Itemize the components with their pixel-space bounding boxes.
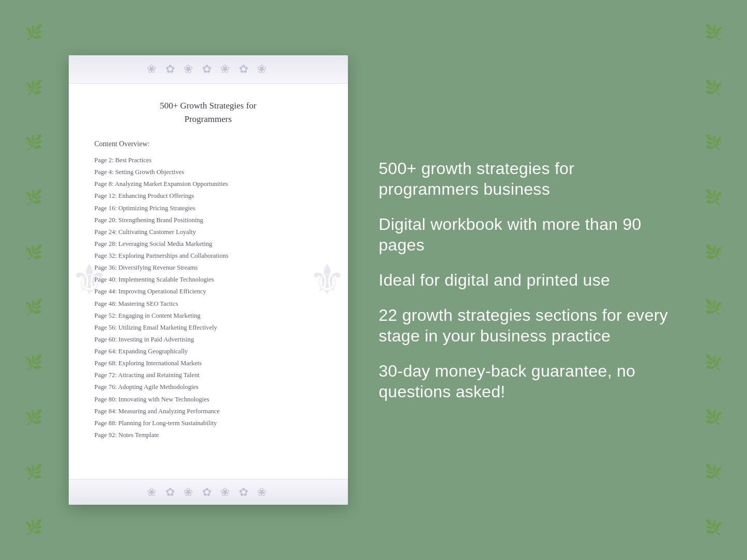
toc-list-item: Page 20: Strengthening Brand Positioning xyxy=(95,214,322,226)
top-deco-pattern: ❀ ✿ ❀ ✿ ❀ ✿ ❀ xyxy=(147,63,269,76)
toc-list-item: Page 52: Engaging in Content Marketing xyxy=(95,310,322,322)
toc-list-item: Page 24: Cultivating Customer Loyalty xyxy=(95,226,322,238)
leaf-sprig: 🌿 xyxy=(705,520,723,535)
leaf-sprig: 🌿 xyxy=(705,25,723,40)
feature-text-feature5: 30-day money-back guarantee, no question… xyxy=(379,361,679,402)
doc-side-deco-right: ⚜ xyxy=(309,259,346,301)
toc-list-item: Page 76: Adopting Agile Methodologies xyxy=(95,381,322,393)
toc-list-item: Page 2: Best Practices xyxy=(95,154,322,166)
leaf-sprig: 🌿 xyxy=(705,410,723,425)
feature-text-feature4: 22 growth strategies sections for every … xyxy=(379,305,679,346)
toc-list-item: Page 72: Attracting and Retaining Talent xyxy=(95,369,322,381)
toc-list-item: Page 8: Analyzing Market Expansion Oppor… xyxy=(95,178,322,190)
bottom-deco-pattern: ❀ ✿ ❀ ✿ ❀ ✿ ❀ xyxy=(147,486,269,499)
toc-list-item: Page 64: Expanding Geographically xyxy=(95,346,322,357)
toc-list-item: Page 16: Optimizing Pricing Strategies xyxy=(95,203,322,214)
toc-list-item: Page 40: Implementing Scalable Technolog… xyxy=(95,274,322,286)
feature-text-feature3: Ideal for digital and printed use xyxy=(379,270,679,290)
left-leaf-decoration: 🌿 🌿 🌿 🌿 🌿 🌿 🌿 🌿 🌿 🌿 xyxy=(0,0,67,560)
toc-list-item: Page 4: Setting Growth Objectives xyxy=(95,166,322,178)
toc-heading: Content Overview: xyxy=(95,140,322,148)
leaf-sprig: 🌿 xyxy=(705,81,723,95)
leaf-sprig: 🌿 xyxy=(705,300,723,315)
toc-list-item: Page 48: Mastering SEO Tactics xyxy=(95,298,322,310)
doc-bottom-decoration: ❀ ✿ ❀ ✿ ❀ ✿ ❀ xyxy=(69,479,348,505)
table-of-contents: Page 2: Best PracticesPage 4: Setting Gr… xyxy=(95,154,322,441)
toc-list-item: Page 12: Enhancing Product Offerings xyxy=(95,190,322,202)
feature-text-feature2: Digital workbook with more than 90 pages xyxy=(379,214,679,255)
toc-list-item: Page 88: Planning for Long-term Sustaina… xyxy=(95,417,322,429)
doc-top-decoration: ❀ ✿ ❀ ✿ ❀ ✿ ❀ xyxy=(69,55,348,84)
leaf-sprig: 🌿 xyxy=(25,410,43,425)
doc-content: 500+ Growth Strategies for Programmers C… xyxy=(69,84,348,479)
leaf-sprig: 🌿 xyxy=(25,300,43,315)
toc-list-item: Page 56: Utilizing Email Marketing Effec… xyxy=(95,322,322,334)
toc-list-item: Page 36: Diversifying Revenue Streams xyxy=(95,262,322,274)
doc-side-deco-left: ⚜ xyxy=(71,259,108,301)
document-panel: ❀ ✿ ❀ ✿ ❀ ✿ ❀ ⚜ ⚜ 500+ Growth Strategies… xyxy=(69,55,348,505)
toc-list-item: Page 60: Investing in Paid Advertising xyxy=(95,334,322,346)
features-panel: 500+ growth strategies for programmers b… xyxy=(379,148,679,412)
toc-list-item: Page 84: Measuring and Analyzing Perform… xyxy=(95,406,322,417)
main-layout: ❀ ✿ ❀ ✿ ❀ ✿ ❀ ⚜ ⚜ 500+ Growth Strategies… xyxy=(38,35,710,525)
leaf-sprig: 🌿 xyxy=(705,190,723,205)
toc-list-item: Page 28: Leveraging Social Media Marketi… xyxy=(95,238,322,250)
right-leaf-decoration: 🌿 🌿 🌿 🌿 🌿 🌿 🌿 🌿 🌿 🌿 xyxy=(680,0,747,560)
leaf-sprig: 🌿 xyxy=(25,135,43,150)
feature-text-feature1: 500+ growth strategies for programmers b… xyxy=(379,158,679,199)
leaf-sprig: 🌿 xyxy=(25,245,43,260)
leaf-sprig: 🌿 xyxy=(25,190,43,205)
toc-list-item: Page 32: Exploring Partnerships and Coll… xyxy=(95,250,322,262)
leaf-sprig: 🌿 xyxy=(25,81,43,95)
leaf-sprig: 🌿 xyxy=(705,355,723,370)
leaf-sprig: 🌿 xyxy=(25,465,43,479)
toc-list-item: Page 92: Notes Template xyxy=(95,429,322,441)
toc-list-item: Page 80: Innovating with New Technologie… xyxy=(95,394,322,406)
toc-list-item: Page 44: Improving Operational Efficienc… xyxy=(95,286,322,298)
leaf-sprig: 🌿 xyxy=(705,465,723,479)
leaf-sprig: 🌿 xyxy=(25,520,43,535)
leaf-sprig: 🌿 xyxy=(25,25,43,40)
leaf-sprig: 🌿 xyxy=(705,135,723,150)
leaf-sprig: 🌿 xyxy=(25,355,43,370)
leaf-sprig: 🌿 xyxy=(705,245,723,260)
toc-list-item: Page 68: Exploring International Markets xyxy=(95,357,322,369)
document-title: 500+ Growth Strategies for Programmers xyxy=(95,99,322,126)
